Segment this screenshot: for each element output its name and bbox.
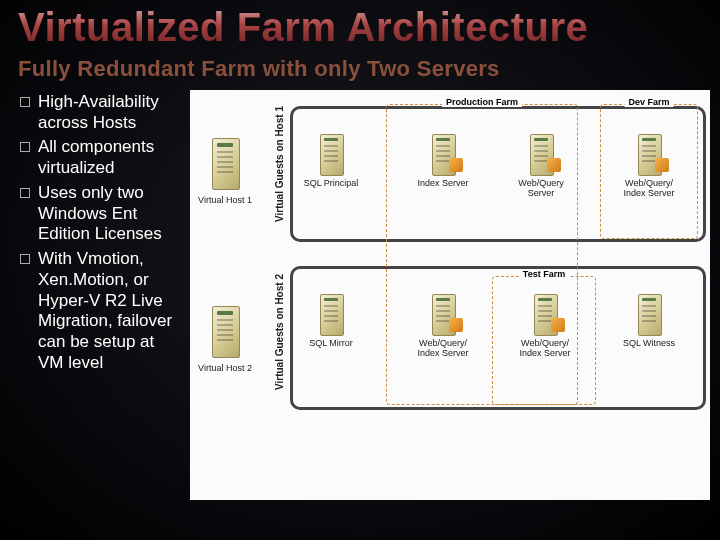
guests-label-1: Virtual Guests on Host 1 xyxy=(274,106,285,222)
vm-sql-witness: SQL Witness xyxy=(616,290,682,349)
vm-label: Web/Query Server xyxy=(508,179,574,199)
sharepoint-badge-icon xyxy=(655,158,669,172)
vm-label: Web/Query/ Index Server xyxy=(616,179,682,199)
server-icon xyxy=(632,290,666,338)
server-icon xyxy=(204,300,246,362)
vm-web-query-index-2: Web/Query/ Index Server xyxy=(410,290,476,359)
farm-label: Production Farm xyxy=(442,97,522,107)
vm-label: Index Server xyxy=(410,179,476,189)
slide-subtitle: Fully Redundant Farm with only Two Serve… xyxy=(18,56,500,82)
host-label: Virtual Host 1 xyxy=(196,196,254,206)
server-icon xyxy=(314,130,348,178)
list-item: High-Availability across Hosts xyxy=(20,92,180,133)
farm-label: Test Farm xyxy=(519,269,569,279)
server-icon xyxy=(632,130,666,178)
farm-label: Dev Farm xyxy=(624,97,673,107)
server-icon xyxy=(426,290,460,338)
list-item: Uses only two Windows Ent Edition Licens… xyxy=(20,183,180,245)
sharepoint-badge-icon xyxy=(547,158,561,172)
vm-label: Web/Query/ Index Server xyxy=(512,339,578,359)
bullet-list: High-Availability across Hosts All compo… xyxy=(20,92,180,378)
vm-label: SQL Principal xyxy=(298,179,364,189)
vm-web-query-1: Web/Query Server xyxy=(508,130,574,199)
server-icon xyxy=(528,290,562,338)
bullet-text: Uses only two Windows Ent Edition Licens… xyxy=(38,183,162,243)
vm-label: Web/Query/ Index Server xyxy=(410,339,476,359)
physical-host-1: Virtual Host 1 xyxy=(196,132,254,206)
bullet-text: With Vmotion, Xen.Motion, or Hyper-V R2 … xyxy=(38,249,172,372)
vm-sql-mirror: SQL Mirror xyxy=(298,290,364,349)
bullet-text: All components virtualized xyxy=(38,137,154,177)
physical-host-2: Virtual Host 2 xyxy=(196,300,254,374)
vm-label: SQL Mirror xyxy=(298,339,364,349)
architecture-diagram: Virtual Host 1 Virtual Host 2 Virtual Gu… xyxy=(190,90,710,500)
vm-sql-principal: SQL Principal xyxy=(298,130,364,189)
bullet-text: High-Availability across Hosts xyxy=(38,92,159,132)
server-icon xyxy=(524,130,558,178)
vm-index-server: Index Server xyxy=(410,130,476,189)
host-label: Virtual Host 2 xyxy=(196,364,254,374)
vm-label: SQL Witness xyxy=(616,339,682,349)
server-icon xyxy=(314,290,348,338)
guests-label-2: Virtual Guests on Host 2 xyxy=(274,274,285,390)
list-item: All components virtualized xyxy=(20,137,180,178)
server-icon xyxy=(426,130,460,178)
list-item: With Vmotion, Xen.Motion, or Hyper-V R2 … xyxy=(20,249,180,373)
vm-dev-server: Web/Query/ Index Server xyxy=(616,130,682,199)
sharepoint-badge-icon xyxy=(449,318,463,332)
slide: Virtualized Farm Architecture Fully Redu… xyxy=(0,0,720,540)
server-icon xyxy=(204,132,246,194)
sharepoint-badge-icon xyxy=(551,318,565,332)
vm-test-server: Web/Query/ Index Server xyxy=(512,290,578,359)
sharepoint-badge-icon xyxy=(449,158,463,172)
slide-title: Virtualized Farm Architecture xyxy=(18,6,708,48)
